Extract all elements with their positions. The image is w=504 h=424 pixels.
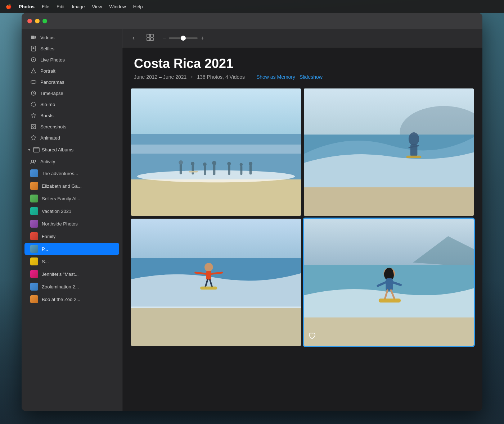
svg-rect-48 [304,187,474,216]
sidebar-item-family[interactable]: Family [24,230,119,242]
svg-marker-11 [31,113,36,118]
view-toggle-button[interactable] [143,32,157,44]
titlebar [22,13,482,29]
help-menu[interactable]: Help [133,4,143,9]
bursts-icon [30,112,37,119]
sidebar-label-activity: Activity [40,159,55,164]
photo-cell-3[interactable] [131,219,301,346]
sidebar-item-zoolumination[interactable]: Zoolumination 2... [24,281,119,293]
apple-menu[interactable]: 🍎 [6,4,12,9]
svg-point-37 [212,161,216,165]
sidebar-item-s-album[interactable]: S... [24,255,119,268]
svg-rect-31 [192,165,194,174]
sidebar-label-northside: Northside Photos [42,221,78,227]
animated-icon [30,135,37,141]
svg-point-17 [33,160,36,162]
close-button[interactable] [27,19,32,23]
sidebar-item-panoramas[interactable]: Panoramas [24,77,119,87]
svg-rect-21 [150,38,153,41]
sidebar-item-portrait[interactable]: Portrait [24,65,119,76]
album-thumb-northside [30,220,38,228]
svg-line-60 [211,273,222,274]
panorama-icon [30,79,37,85]
svg-line-9 [33,93,35,94]
zoom-slider[interactable] [169,37,198,39]
sidebar-item-northside[interactable]: Northside Photos [24,218,119,230]
toolbar: ‹ − + [122,29,482,47]
meta-separator-2 [249,74,252,80]
album-count: 136 Photos, 4 Videos [197,74,245,80]
sidebar-item-slo-mo[interactable]: Slo-mo [24,99,119,110]
sidebar-item-jennifers[interactable]: Jennifer's "Mast... [24,268,119,280]
album-thumb-adventures [30,169,38,177]
sidebar-item-screenshots[interactable]: Screenshots [24,121,119,132]
sidebar-label-boo-zoo: Boo at the Zoo 2... [42,297,80,302]
file-menu[interactable]: File [42,4,49,9]
photo-cell-2[interactable] [304,88,474,216]
photo-cell-1[interactable] [131,88,301,216]
edit-menu[interactable]: Edit [57,4,64,9]
sidebar-item-adventures[interactable]: The adventures... [24,167,119,179]
svg-point-32 [191,162,194,165]
sidebar-label-live-photos: Live Photos [40,57,65,63]
sidebar-label-screenshots: Screenshots [40,124,66,129]
sidebar-label-time-lapse: Time-lapse [40,91,63,96]
svg-point-57 [204,263,213,272]
sidebar-item-boo-zoo[interactable]: Boo at the Zoo 2... [24,293,119,305]
sidebar-item-time-lapse[interactable]: Time-lapse [24,88,119,99]
svg-point-30 [179,160,183,165]
svg-rect-20 [147,38,150,41]
svg-point-49 [409,132,419,146]
svg-rect-15 [33,147,39,152]
sidebar-label-portrait: Portrait [40,68,55,74]
sidebar-item-vacation2021[interactable]: Vacation 2021 [24,205,119,217]
svg-rect-19 [150,34,153,37]
svg-rect-29 [180,164,182,174]
image-menu[interactable]: Image [72,4,85,9]
main-window: Videos Selfies Live Photos Portrait [22,13,482,411]
svg-rect-23 [131,88,301,137]
sidebar-item-p-active[interactable]: P... [24,243,119,255]
zoom-plus[interactable]: + [201,35,204,41]
video-icon [30,34,37,41]
album-thumb-family [30,232,38,240]
sidebar-item-sellers[interactable]: Sellers Family Al... [24,192,119,205]
album-thumb-sellers [30,195,38,202]
show-as-memory-link[interactable]: Show as Memory [256,74,295,80]
svg-point-43 [249,162,252,165]
maximize-button[interactable] [42,19,47,23]
zoom-minus[interactable]: − [163,35,166,41]
view-menu[interactable]: View [92,4,102,9]
window-menu[interactable]: Window [109,4,126,9]
photo-cell-4[interactable] [304,219,474,346]
heart-icon[interactable] [308,332,316,342]
album-thumb-p-active [30,245,38,253]
svg-line-59 [195,273,206,274]
window-body: Videos Selfies Live Photos Portrait [22,29,482,411]
zoom-slider-thumb[interactable] [181,36,186,41]
slideshow-link[interactable]: Slideshow [300,74,323,80]
minimize-button[interactable] [35,19,40,23]
sidebar-item-animated[interactable]: Animated [24,132,119,143]
svg-point-16 [31,160,33,162]
sidebar-item-activity[interactable]: Activity [24,156,119,167]
svg-rect-76 [379,298,401,302]
sidebar-item-live-photos[interactable]: Live Photos [24,54,119,65]
sidebar-label-videos: Videos [40,35,55,40]
svg-rect-54 [131,219,301,261]
sidebar-item-selfies[interactable]: Selfies [24,43,119,54]
sidebar-label-selfies: Selfies [40,46,54,51]
photo-grid [122,86,482,411]
shared-albums-header[interactable]: ▼ Shared Albums [22,143,122,156]
slomo-icon [30,101,37,108]
sidebar-item-bursts[interactable]: Bursts [24,110,119,121]
svg-rect-58 [206,271,211,280]
back-button[interactable]: ‹ [130,33,138,43]
sidebar-item-elizabeth[interactable]: Elizabeth and Ga... [24,180,119,192]
sidebar-label-zoolumination: Zoolumination 2... [42,284,79,289]
sidebar-label-bursts: Bursts [40,113,54,118]
svg-rect-56 [131,308,301,346]
surf-photo-1-svg [131,88,301,216]
photos-menu[interactable]: Photos [19,4,35,9]
sidebar-item-videos[interactable]: Videos [24,32,119,43]
